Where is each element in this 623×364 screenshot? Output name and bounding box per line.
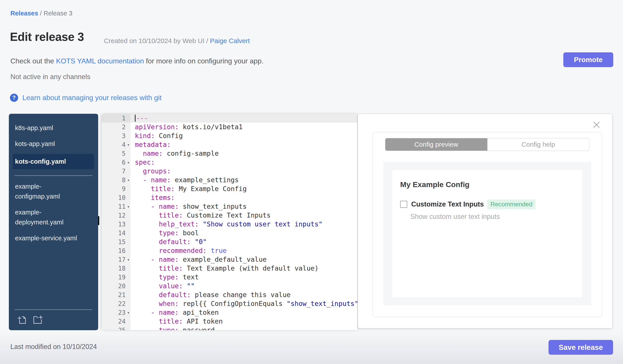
line-number-gutter: 3 xyxy=(102,131,131,140)
code-line-text: default: please change this value xyxy=(131,290,357,299)
editor-line-15[interactable]: 15 default: "0" xyxy=(102,237,357,246)
editor-line-25[interactable]: 25 type: password xyxy=(102,326,357,330)
editor-line-4[interactable]: 4▾metadata: xyxy=(102,140,357,149)
code-line-text: type: bool xyxy=(131,229,357,237)
editor-line-16[interactable]: 16 recommended: true xyxy=(102,246,357,255)
editor-line-1[interactable]: 1--- xyxy=(102,114,357,122)
line-number-gutter: 1 xyxy=(102,114,131,122)
editor-line-6[interactable]: 6▾spec: xyxy=(102,158,357,167)
editor-line-11[interactable]: 11▾ - name: show_text_inputs xyxy=(102,202,357,211)
editor-line-22[interactable]: 22 when: repl{{ ConfigOptionEquals "show… xyxy=(102,299,357,308)
code-line-text: apiVersion: kots.io/v1beta1 xyxy=(131,122,357,131)
tab-config-preview[interactable]: Config preview xyxy=(385,138,487,151)
line-number-gutter: 12 xyxy=(102,211,131,220)
fold-arrow-icon[interactable]: ▾ xyxy=(127,310,130,315)
save-release-button[interactable]: Save release xyxy=(549,340,613,355)
editor-line-18[interactable]: 18 title: Text Example (with default val… xyxy=(102,264,357,273)
docs-line: Check out the KOTS YAML documentation fo… xyxy=(10,57,264,65)
line-number-gutter: 6▾ xyxy=(102,158,131,167)
file-item-example-configmap.yaml[interactable]: example-configmap.yaml xyxy=(15,182,84,202)
channel-status: Not active in any channels xyxy=(10,73,90,81)
config-preview-panel: Config previewConfig help My Example Con… xyxy=(358,114,612,328)
line-number-gutter: 21 xyxy=(102,290,131,299)
close-icon[interactable] xyxy=(592,120,601,129)
code-line-text: name: config-sample xyxy=(131,149,357,158)
editor-line-20[interactable]: 20 value: "" xyxy=(102,282,357,290)
promote-button[interactable]: Promote xyxy=(563,52,613,67)
line-number-gutter: 24 xyxy=(102,317,131,326)
kots-yaml-doc-link[interactable]: KOTS YAML documentation xyxy=(56,57,144,65)
sidebar-bottom-divider xyxy=(15,309,92,310)
sidebar-spacer xyxy=(15,249,92,309)
preview-tabbar: Config previewConfig help xyxy=(385,138,589,151)
file-item-kots-config.yaml[interactable]: kots-config.yaml xyxy=(13,154,94,169)
code-line-text: help_text: "Show custom user text inputs… xyxy=(131,220,357,229)
fold-arrow-icon[interactable]: ▾ xyxy=(127,160,130,165)
file-item-example-service.yaml[interactable]: example-service.yaml xyxy=(15,233,84,243)
line-number-gutter: 11▾ xyxy=(102,202,131,211)
code-line-text: - name: show_text_inputs xyxy=(131,202,357,211)
code-line-text: kind: Config xyxy=(131,131,357,140)
docs-prefix: Check out the xyxy=(10,57,56,65)
file-item-example-deployment.yaml[interactable]: example-deployment.yaml xyxy=(15,207,84,227)
line-number-gutter: 7 xyxy=(102,167,131,176)
author-link[interactable]: Paige Calvert xyxy=(210,37,250,44)
editor-line-10[interactable]: 10 items: xyxy=(102,193,357,202)
editor-line-19[interactable]: 19 type: text xyxy=(102,273,357,282)
code-line-text: when: repl{{ ConfigOptionEquals "show_te… xyxy=(131,299,357,308)
editor-line-7[interactable]: 7 groups: xyxy=(102,167,357,176)
customize-text-inputs-checkbox[interactable] xyxy=(400,201,407,208)
recommended-badge: Recommended xyxy=(487,200,535,209)
code-line-text: - name: example_settings xyxy=(131,176,357,184)
file-item-k8s-app.yaml[interactable]: k8s-app.yaml xyxy=(15,123,84,133)
fold-arrow-icon[interactable]: ▾ xyxy=(127,257,130,262)
tab-config-help[interactable]: Config help xyxy=(487,138,589,151)
editor-line-3[interactable]: 3kind: Config xyxy=(102,131,357,140)
fold-arrow-icon[interactable]: ▾ xyxy=(127,142,130,147)
yaml-code-editor[interactable]: 1---2apiVersion: kots.io/v1beta13kind: C… xyxy=(102,114,357,330)
code-line-text: title: API token xyxy=(131,317,357,326)
editor-line-17[interactable]: 17▾ - name: example_default_value xyxy=(102,255,357,264)
line-number-gutter: 20 xyxy=(102,282,131,290)
question-mark-icon[interactable]: ? xyxy=(10,94,18,102)
text-cursor xyxy=(135,115,135,122)
editor-line-8[interactable]: 8▾ - name: example_settings xyxy=(102,176,357,184)
code-line-text: groups: xyxy=(131,167,357,176)
editor-line-13[interactable]: 13 help_text: "Show custom user text inp… xyxy=(102,220,357,229)
fold-arrow-icon[interactable]: ▾ xyxy=(127,178,130,182)
sidebar-divider xyxy=(15,175,92,176)
file-item-kots-app.yaml[interactable]: kots-app.yaml xyxy=(15,139,84,149)
editor-line-9[interactable]: 9 title: My Example Config xyxy=(102,184,357,193)
breadcrumb: Releases / Release 3 xyxy=(10,10,72,17)
editor-line-5[interactable]: 5 name: config-sample xyxy=(102,149,357,158)
fold-arrow-icon[interactable]: ▾ xyxy=(127,204,130,209)
editor-line-21[interactable]: 21 default: please change this value xyxy=(102,290,357,299)
breadcrumb-releases-link[interactable]: Releases xyxy=(10,10,38,17)
line-number-gutter: 25 xyxy=(102,326,131,330)
code-line-text: type: text xyxy=(131,273,357,282)
line-number-gutter: 15 xyxy=(102,237,131,246)
line-number-gutter: 5 xyxy=(102,149,131,158)
code-line-text: spec: xyxy=(131,158,357,167)
editor-line-2[interactable]: 2apiVersion: kots.io/v1beta1 xyxy=(102,122,357,131)
code-line-text: title: Text Example (with default value) xyxy=(131,264,357,273)
code-line-text: type: password xyxy=(131,326,357,330)
line-number-gutter: 22 xyxy=(102,299,131,308)
editor-line-23[interactable]: 23▾ - name: api_token xyxy=(102,308,357,317)
editor-line-14[interactable]: 14 type: bool xyxy=(102,229,357,237)
line-number-gutter: 13 xyxy=(102,220,131,229)
line-number-gutter: 23▾ xyxy=(102,308,131,317)
editor-line-12[interactable]: 12 title: Customize Text Inputs xyxy=(102,211,357,220)
code-line-text: - name: example_default_value xyxy=(131,255,357,264)
editor-line-24[interactable]: 24 title: API token xyxy=(102,317,357,326)
line-number-gutter: 4▾ xyxy=(102,140,131,149)
file-sidebar: k8s-app.yamlkots-app.yamlkots-config.yam… xyxy=(9,114,98,330)
file-group-top: k8s-app.yamlkots-app.yamlkots-config.yam… xyxy=(15,123,92,175)
code-line-text: recommended: true xyxy=(131,246,357,255)
docs-suffix: for more info on configuring your app. xyxy=(144,57,264,65)
add-file-icon[interactable] xyxy=(17,315,27,325)
line-number-gutter: 17▾ xyxy=(102,255,131,264)
add-folder-icon[interactable] xyxy=(33,315,43,325)
sidebar-actions xyxy=(15,315,92,325)
git-releases-help-link[interactable]: Learn about managing your releases with … xyxy=(22,94,162,102)
